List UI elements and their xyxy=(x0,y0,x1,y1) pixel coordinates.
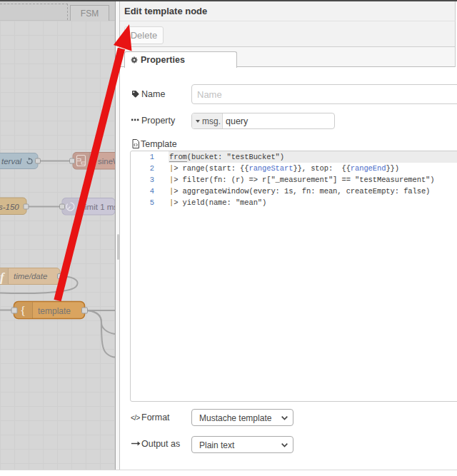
svg-text:time/date: time/date xyxy=(14,272,47,280)
svg-text:terval: terval xyxy=(1,157,22,166)
svg-text:sineW: sineW xyxy=(98,157,115,166)
svg-text:limit 1 ms: limit 1 ms xyxy=(84,203,116,211)
svg-text:template: template xyxy=(38,306,71,316)
svg-text:s-150: s-150 xyxy=(0,203,19,211)
svg-text:{: { xyxy=(20,304,26,318)
